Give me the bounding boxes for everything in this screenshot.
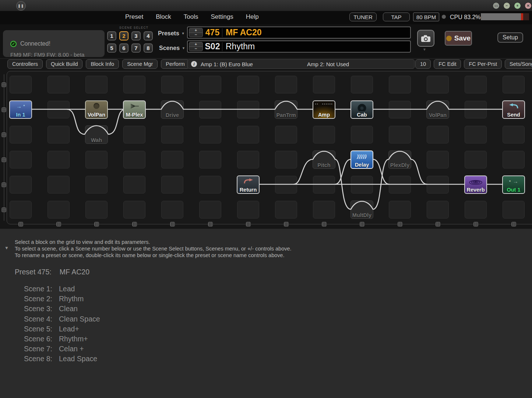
menu-settings[interactable]: Settings (211, 13, 233, 21)
sets-songs-button[interactable]: Sets/Songs (505, 59, 532, 69)
preset-decrement-button[interactable]: − (189, 33, 202, 37)
grid-slot-r5c3[interactable] (85, 176, 108, 193)
grid-slot-r3c13[interactable] (465, 126, 487, 143)
grid-slot-r1c7[interactable] (237, 76, 259, 93)
maximize-button[interactable]: + (514, 2, 521, 9)
block-out-1[interactable]: ●→Out 1 (502, 175, 525, 194)
camera-dropdown-caret[interactable]: ▼ (423, 47, 426, 51)
row-handle-4[interactable] (1, 157, 6, 162)
grid-slot-r3c1[interactable] (10, 126, 32, 143)
grid-slot-r5c4[interactable] (123, 176, 145, 193)
grid-slot-r6c7[interactable] (237, 201, 259, 218)
block-in-1[interactable]: →●In 1 (9, 100, 32, 119)
grid-slot-r4c14[interactable] (503, 151, 525, 168)
grid-slot-r5c11[interactable] (389, 176, 411, 193)
grid-slot-r3c2[interactable] (47, 126, 70, 143)
grid-slot-r1c14[interactable] (503, 76, 525, 93)
grid-slot-r1c5[interactable] (161, 76, 183, 93)
footer-scene-name[interactable]: Clean Space (59, 314, 100, 324)
grid-slot-r6c6[interactable] (199, 201, 221, 218)
grid-slot-r4c12[interactable] (427, 151, 449, 168)
grid-slot-r3c11[interactable] (389, 126, 411, 143)
grid-slot-r2c2[interactable] (47, 101, 70, 118)
block-m-plex[interactable]: M-Plex (123, 100, 146, 119)
minimize-button[interactable]: − (503, 2, 510, 9)
grid-slot-r4c1[interactable] (10, 151, 32, 168)
grid-slot-r1c2[interactable] (47, 76, 70, 93)
grid-slot-r3c6[interactable] (199, 126, 221, 143)
grid-slot-r2c6[interactable] (199, 101, 221, 118)
triangle-down-icon[interactable]: ▼ (4, 245, 9, 250)
column-handle-8[interactable] (284, 222, 289, 227)
grid-slot-r6c12[interactable] (427, 201, 449, 218)
menu-preset[interactable]: Preset (125, 13, 143, 21)
menu-help[interactable]: Help (246, 13, 259, 21)
scene-select-button-7[interactable]: 7 (131, 43, 141, 53)
scene-select-button-5[interactable]: 5 (107, 43, 116, 53)
save-button[interactable]: Save (445, 31, 472, 46)
fc-edit-button[interactable]: FC Edit (434, 59, 461, 69)
grid-slot-r6c1[interactable] (10, 201, 32, 218)
block-pantrm[interactable]: PanTrm (275, 100, 297, 119)
column-handle-14[interactable] (511, 222, 516, 227)
grid-slot-r4c7[interactable] (237, 151, 259, 168)
block-delay[interactable]: )))))Delay (350, 150, 373, 169)
block-pitch[interactable]: Pitch (313, 150, 335, 169)
column-handle-13[interactable] (473, 222, 478, 227)
grid-slot-r3c14[interactable] (503, 126, 525, 143)
screenshot-button[interactable] (417, 30, 434, 47)
scene-select-button-8[interactable]: 8 (144, 43, 153, 53)
pause-icon[interactable]: ❚❚ (16, 1, 26, 11)
column-handle-2[interactable] (56, 222, 61, 227)
grid-slot-r4c2[interactable] (47, 151, 70, 168)
grid-slot-r3c4[interactable] (123, 126, 145, 143)
block-plexdly[interactable]: PlexDly (388, 150, 411, 169)
grid-slot-r1c12[interactable] (427, 76, 449, 93)
column-handle-5[interactable] (170, 222, 175, 227)
grid-slot-r1c3[interactable] (85, 76, 108, 93)
row-handle-5[interactable] (1, 182, 6, 187)
block-volpan[interactable]: VolPan (85, 100, 108, 119)
grid-slot-r6c11[interactable] (389, 201, 411, 218)
grid-slot-r2c13[interactable] (465, 101, 487, 118)
scene-select-button-3[interactable]: 3 (131, 31, 141, 40)
grid-slot-r4c3[interactable] (85, 151, 108, 168)
grid-slot-r6c13[interactable] (465, 201, 487, 218)
controllers-button[interactable]: Controllers (7, 59, 43, 69)
grid-slot-r5c12[interactable] (427, 176, 449, 193)
scene-decrement-button[interactable]: − (189, 47, 202, 51)
presets-menu[interactable]: Presets ▼ (158, 30, 185, 37)
grid-slot-r5c9[interactable] (313, 176, 335, 193)
preset-number[interactable]: 475 (203, 28, 222, 38)
footer-scene-name[interactable]: Lead Space (59, 354, 97, 364)
row-handle-6[interactable] (1, 207, 6, 212)
fc-per-prst-button[interactable]: FC Per-Prst (464, 59, 502, 69)
row-handle-2[interactable] (1, 107, 6, 112)
footer-scene-name[interactable]: Rhythm (59, 294, 84, 304)
grid-slot-r1c13[interactable] (465, 76, 487, 93)
perform-button[interactable]: Perform (161, 59, 190, 69)
row-handle-1[interactable] (1, 82, 6, 87)
grid-slot-r5c1[interactable] (10, 176, 32, 193)
block-multdly[interactable]: MultDly (350, 200, 373, 219)
grid-slot-r3c8[interactable] (275, 126, 297, 143)
scene-select-button-2[interactable]: 2 (119, 31, 128, 40)
grid-slot-r4c13[interactable] (465, 151, 487, 168)
actual-size-button[interactable]: 1:1 (493, 2, 500, 9)
grid-slot-r1c11[interactable] (389, 76, 411, 93)
preset-stepper[interactable]: + − (189, 28, 203, 37)
column-handle-10[interactable] (360, 222, 364, 227)
block-volpan[interactable]: VolPan (426, 100, 449, 119)
block-reverb[interactable]: Reverb (464, 175, 487, 194)
grid-slot-r1c1[interactable] (10, 76, 32, 93)
footer-scene-name[interactable]: Lead (59, 284, 75, 294)
block-wah[interactable]: Wah (85, 125, 108, 144)
tap-tempo-button[interactable]: TAP (383, 13, 410, 21)
footer-preset-name[interactable]: MF AC20 (60, 268, 89, 276)
column-handle-7[interactable] (246, 222, 251, 227)
grid-slot-r4c8[interactable] (275, 151, 297, 168)
grid-slot-r5c5[interactable] (161, 176, 183, 193)
column-handle-3[interactable] (94, 222, 99, 227)
column-handle-4[interactable] (132, 222, 137, 227)
footer-scene-name[interactable]: Clean (59, 304, 78, 314)
